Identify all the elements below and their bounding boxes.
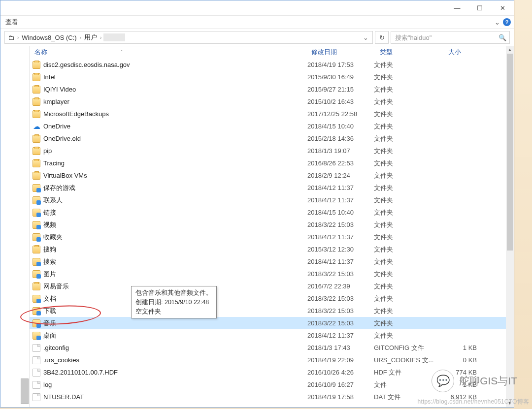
file-row[interactable]: MicrosoftEdgeBackups2017/12/25 22:58文件夹 [30, 108, 506, 120]
file-type: 文件夹 [374, 307, 440, 315]
file-date: 2016/10/9 16:27 [307, 381, 374, 388]
file-row[interactable]: 链接2018/4/15 10:40文件夹 [30, 206, 506, 219]
file-row[interactable]: 网易音乐2016/7/2 22:39文件夹 [30, 280, 506, 292]
file-type: 文件夹 [374, 134, 440, 143]
column-name[interactable]: 名称 ˄ [33, 46, 309, 59]
file-row[interactable]: 桌面2018/4/12 11:37文件夹 [30, 329, 506, 342]
file-row[interactable]: pip2018/1/3 19:07文件夹 [30, 145, 506, 157]
file-date: 2016/7/2 22:39 [307, 283, 374, 290]
breadcrumb-root-icon[interactable]: 🗀 [7, 34, 15, 41]
minimize-button[interactable]: — [446, 0, 468, 15]
file-icon [33, 393, 40, 401]
file-row[interactable]: 保存的游戏2018/4/12 11:37文件夹 [30, 182, 506, 194]
address-dropdown-icon[interactable]: ⌄ [361, 34, 370, 41]
column-headers: 名称 ˄ 修改日期 类型 大小 [30, 46, 514, 59]
file-row[interactable]: VirtualBox VMs2018/2/9 12:24文件夹 [30, 169, 506, 182]
file-row[interactable]: ☁OneDrive2018/4/15 10:40文件夹 [30, 120, 506, 132]
file-date: 2018/4/19 22:09 [307, 356, 374, 364]
address-bar[interactable]: 🗀 › Windows8_OS (C:) › 用户 › ⌄ [4, 31, 373, 44]
scroll-track[interactable] [506, 54, 514, 399]
file-icon [33, 344, 40, 352]
file-date: 2016/10/26 4:26 [307, 369, 374, 376]
file-row[interactable]: .gitconfig2018/1/3 17:43GITCONFIG 文件1 KB [30, 342, 506, 354]
search-input[interactable] [394, 33, 499, 42]
file-type: 文件夹 [374, 73, 440, 82]
file-row[interactable]: Tracing2016/8/26 22:53文件夹 [30, 157, 506, 169]
column-type-label: 类型 [380, 48, 393, 57]
file-row[interactable]: 下载2018/3/22 15:03文件夹 [30, 305, 506, 317]
file-date: 2018/4/12 11:37 [307, 332, 374, 339]
file-date: 2018/4/12 11:37 [307, 184, 374, 191]
ribbon-collapse-icon[interactable]: ⌄ [495, 19, 500, 26]
file-size: 0 KB [440, 356, 480, 364]
file-date: 2018/3/22 15:03 [307, 270, 374, 278]
column-size[interactable]: 大小 [446, 46, 488, 59]
file-name: pip [43, 147, 52, 155]
file-name: 3B42.20110101.00.7.HDF [43, 369, 118, 376]
file-type: 文件夹 [374, 110, 440, 119]
search-icon[interactable]: 🔍 [499, 34, 506, 41]
tab-view[interactable]: 查看 [1, 16, 22, 29]
file-row[interactable]: 联系人2018/4/12 11:37文件夹 [30, 194, 506, 206]
file-type: 文件夹 [374, 184, 440, 192]
page-background-strip [515, 0, 532, 409]
file-row[interactable]: kmplayer2015/10/2 16:43文件夹 [30, 95, 506, 108]
navigation-bar: 🗀 › Windows8_OS (C:) › 用户 › ⌄ ↻ 🔍 [0, 29, 514, 46]
file-row[interactable]: IQIYI Video2015/9/27 21:15文件夹 [30, 83, 506, 95]
help-icon[interactable]: ? [503, 18, 511, 26]
file-date: 2015/3/12 12:30 [307, 246, 374, 253]
file-name: Intel [43, 73, 56, 81]
file-row[interactable]: 视频2018/3/22 15:03文件夹 [30, 219, 506, 231]
chevron-right-icon[interactable]: › [79, 35, 82, 40]
file-type: 文件 [374, 380, 440, 389]
maximize-button[interactable]: ☐ [468, 0, 491, 15]
file-name: 保存的游戏 [43, 184, 75, 192]
file-row[interactable]: 文档2018/3/22 15:03文件夹 [30, 292, 506, 305]
column-type[interactable]: 类型 [378, 46, 446, 59]
breadcrumb-drive[interactable]: Windows8_OS (C:) [21, 34, 77, 41]
file-row[interactable]: 收藏夹2018/4/12 11:37文件夹 [30, 231, 506, 243]
file-type: 文件夹 [374, 122, 440, 131]
file-row[interactable]: disc2.gesdisc.eosdis.nasa.gov2018/4/19 1… [30, 59, 506, 71]
column-date[interactable]: 修改日期 [309, 46, 378, 59]
chevron-right-icon[interactable]: › [99, 35, 102, 40]
scroll-up-icon[interactable]: ▲ [506, 46, 514, 54]
special-folder-icon [33, 295, 40, 303]
navigation-pane[interactable] [0, 46, 30, 407]
refresh-button[interactable]: ↻ [375, 31, 389, 44]
file-type: 文件夹 [374, 331, 440, 340]
file-name: .urs_cookies [43, 356, 79, 364]
file-row[interactable]: 搜狗2015/3/12 12:30文件夹 [30, 243, 506, 255]
close-button[interactable]: ✕ [491, 0, 514, 15]
watermark-logo: 💬 舵聊GIS与IT [432, 370, 517, 392]
file-name: kmplayer [43, 98, 69, 105]
list-scrollbar[interactable]: ▲ ▼ [506, 46, 514, 407]
file-row[interactable]: 图片2018/3/22 15:03文件夹 [30, 268, 506, 280]
file-type: 文件夹 [374, 257, 440, 266]
file-date: 2018/4/12 11:37 [307, 233, 374, 241]
file-type: 文件夹 [374, 196, 440, 205]
chevron-right-icon[interactable]: › [16, 35, 20, 40]
search-box[interactable]: 🔍 [391, 31, 510, 44]
close-icon: ✕ [500, 4, 505, 12]
file-type: 文件夹 [374, 147, 440, 156]
sort-ascending-icon: ˄ [121, 50, 236, 55]
scroll-thumb[interactable] [507, 54, 513, 251]
file-type: 文件夹 [374, 220, 440, 229]
file-row[interactable]: OneDrive.old2015/2/18 14:36文件夹 [30, 132, 506, 145]
file-row[interactable]: 搜索2018/4/12 11:37文件夹 [30, 255, 506, 268]
breadcrumb-users[interactable]: 用户 [83, 33, 98, 42]
file-row[interactable]: 音乐2018/3/22 15:03文件夹 [30, 317, 506, 329]
column-name-label: 名称 [34, 48, 47, 57]
breadcrumb-current[interactable] [103, 33, 125, 41]
file-type: 文件夹 [374, 233, 440, 242]
file-date: 2018/4/12 11:37 [307, 258, 374, 265]
file-name: Tracing [43, 159, 65, 167]
file-row[interactable]: Intel2015/9/30 16:49文件夹 [30, 71, 506, 83]
nav-scrollbar-thumb[interactable] [21, 378, 29, 404]
folder-tooltip: 包含音乐和其他音频文件。 创建日期: 2015/9/10 22:48 空文件夹 [131, 286, 217, 318]
file-date: 2015/2/18 14:36 [307, 135, 374, 142]
file-date: 2017/12/25 22:58 [307, 110, 374, 118]
file-date: 2018/1/3 17:43 [307, 344, 374, 351]
file-row[interactable]: .urs_cookies2018/4/19 22:09URS_COOKIES 文… [30, 354, 506, 366]
